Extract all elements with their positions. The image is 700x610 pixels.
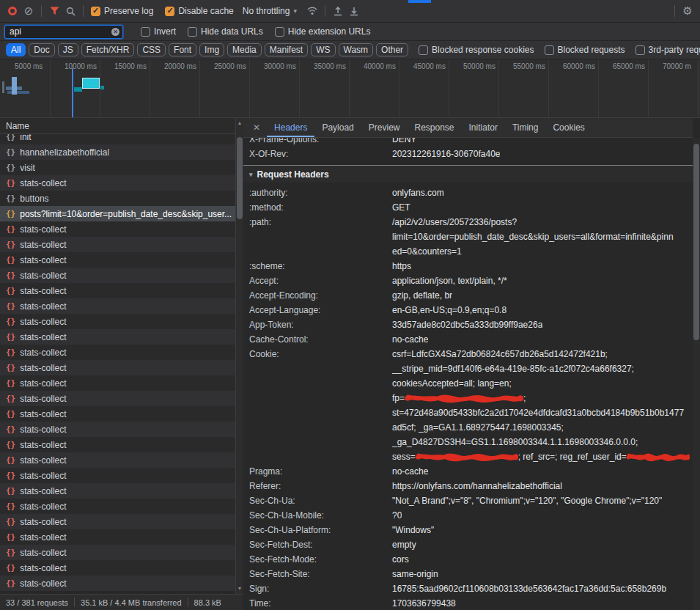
request-row[interactable]: hannahelizabethofficial <box>0 144 235 160</box>
invert-checkbox[interactable]: Invert <box>141 26 176 37</box>
script-braces-icon <box>6 348 15 357</box>
timeline-tick-label: 20000 ms <box>164 62 196 70</box>
throttling-select[interactable]: No throttling ▾ <box>243 6 297 16</box>
upload-icon <box>333 6 343 16</box>
close-details-icon[interactable]: ✕ <box>246 122 267 133</box>
scrollbar-thumb[interactable] <box>237 137 243 219</box>
checkbox-3rd-party-requests[interactable]: 3rd-party requests <box>635 45 700 55</box>
request-row[interactable]: stats-collect <box>0 252 235 268</box>
header-value: no-cache <box>392 464 428 479</box>
filter-chip-ws[interactable]: WS <box>311 43 335 56</box>
request-name: stats-collect <box>20 317 66 327</box>
filter-button[interactable] <box>46 3 62 19</box>
script-braces-icon <box>6 240 15 249</box>
timeline-tick-label: 25000 ms <box>214 62 246 70</box>
request-row[interactable]: stats-collect <box>0 314 235 329</box>
scroll-down-icon[interactable]: ▼ <box>236 585 243 592</box>
request-list-scrollbar[interactable]: ▲ ▼ <box>236 118 243 594</box>
request-headers-section-header[interactable]: ▾ Request Headers <box>243 165 693 183</box>
request-row[interactable]: stats-collect <box>0 360 235 375</box>
header-value: 16785:5aad9602cf110608b03133de563642fac1… <box>392 581 666 596</box>
overview-strip[interactable]: 5000 ms10000 ms15000 ms20000 ms25000 ms3… <box>0 59 700 118</box>
filter-chip-all[interactable]: All <box>6 43 26 56</box>
settings-gear-icon[interactable]: ⚙ <box>679 3 696 19</box>
search-button[interactable] <box>62 3 78 19</box>
request-row-selected[interactable]: posts?limit=10&order=publish_date_desc&s… <box>0 206 235 221</box>
checkbox-blocked-response-cookies[interactable]: Blocked response cookies <box>419 45 534 55</box>
filter-chip-other[interactable]: Other <box>376 43 408 56</box>
timeline-tick-label: 65000 ms <box>613 62 645 70</box>
request-row[interactable]: stats-collect <box>0 576 235 591</box>
filter-chip-manifest[interactable]: Manifest <box>265 43 308 56</box>
record-button[interactable] <box>4 3 21 19</box>
request-row[interactable]: stats-collect <box>0 452 235 468</box>
header-name: Sec-Fetch-Mode: <box>243 552 392 567</box>
script-braces-icon <box>6 517 15 526</box>
request-row[interactable]: stats-collect <box>0 422 235 437</box>
timeline-gridline <box>349 59 350 117</box>
request-row[interactable]: stats-collect <box>0 298 235 314</box>
details-scrollbar[interactable] <box>693 138 700 610</box>
import-har-button[interactable] <box>330 3 346 19</box>
request-row[interactable]: buttons <box>0 191 235 206</box>
request-row[interactable]: stats-collect <box>0 406 235 422</box>
checkbox-blocked-requests[interactable]: Blocked requests <box>545 45 625 55</box>
filter-chip-doc[interactable]: Doc <box>29 43 54 56</box>
request-row[interactable]: stats-collect <box>0 560 235 576</box>
request-row[interactable]: stats-collect <box>0 529 235 545</box>
tab-response[interactable]: Response <box>407 118 461 137</box>
tab-payload[interactable]: Payload <box>314 118 361 137</box>
scrollbar-thumb[interactable] <box>693 144 699 340</box>
filter-chip-css[interactable]: CSS <box>137 43 166 56</box>
hide-extension-urls-checkbox[interactable]: Hide extension URLs <box>275 26 371 37</box>
script-braces-icon <box>6 471 15 480</box>
filter-chip-fetch-xhr[interactable]: Fetch/XHR <box>81 43 135 56</box>
tab-preview[interactable]: Preview <box>361 118 408 137</box>
script-braces-icon <box>6 455 15 465</box>
request-name: stats-collect <box>20 440 66 450</box>
filter-input[interactable] <box>4 25 123 39</box>
clear-network-log-button[interactable]: ⊘ <box>21 3 37 19</box>
tab-headers[interactable]: Headers <box>267 118 314 137</box>
request-row[interactable]: stats-collect <box>0 483 235 499</box>
request-row[interactable]: stats-collect <box>0 283 235 298</box>
request-row[interactable]: stats-collect <box>0 375 235 391</box>
timeline-tick-label: 50000 ms <box>463 62 495 70</box>
request-name: stats-collect <box>20 471 66 481</box>
request-row[interactable]: stats-collect <box>0 268 235 283</box>
filter-chip-img[interactable]: Img <box>199 43 224 56</box>
request-row[interactable]: stats-collect <box>0 237 235 252</box>
request-row[interactable]: stats-collect <box>0 437 235 452</box>
preserve-log-checkbox[interactable]: Preserve log <box>91 6 153 16</box>
network-conditions-button[interactable] <box>304 3 320 19</box>
request-row[interactable]: stats-collect <box>0 221 235 237</box>
name-column-header[interactable]: Name <box>0 118 236 134</box>
tab-initiator[interactable]: Initiator <box>462 118 505 137</box>
filter-chip-media[interactable]: Media <box>227 43 262 56</box>
request-name: init <box>20 134 31 142</box>
request-row[interactable]: stats-collect <box>0 499 235 514</box>
script-braces-icon <box>6 317 15 326</box>
tab-timing[interactable]: Timing <box>505 118 546 137</box>
request-row[interactable]: stats-collect <box>0 468 235 483</box>
request-row[interactable]: stats-collect <box>0 175 235 191</box>
disable-cache-checkbox[interactable]: Disable cache <box>165 6 233 16</box>
timeline-gridline <box>100 59 100 117</box>
tab-cookies[interactable]: Cookies <box>545 118 592 137</box>
advanced-filter-checkboxes: Blocked response cookiesBlocked requests… <box>419 45 700 55</box>
scroll-up-icon[interactable]: ▲ <box>236 120 243 127</box>
request-row[interactable]: stats-collect <box>0 391 235 406</box>
filter-chip-font[interactable]: Font <box>169 43 196 56</box>
request-row[interactable]: visit <box>0 160 235 175</box>
header-value: "Not_A Brand";v="8", "Chromium";v="120",… <box>392 493 662 508</box>
request-row[interactable]: stats-collect <box>0 545 235 560</box>
request-row[interactable]: stats-collect <box>0 329 235 345</box>
hide-data-urls-checkbox[interactable]: Hide data URLs <box>188 26 263 37</box>
filter-chip-js[interactable]: JS <box>58 43 78 56</box>
request-row[interactable]: init <box>0 134 235 144</box>
clear-filter-icon[interactable]: ✕ <box>111 28 119 36</box>
export-har-button[interactable] <box>346 3 362 19</box>
request-row[interactable]: stats-collect <box>0 345 235 360</box>
request-row[interactable]: stats-collect <box>0 514 235 529</box>
filter-chip-wasm[interactable]: Wasm <box>339 43 374 56</box>
